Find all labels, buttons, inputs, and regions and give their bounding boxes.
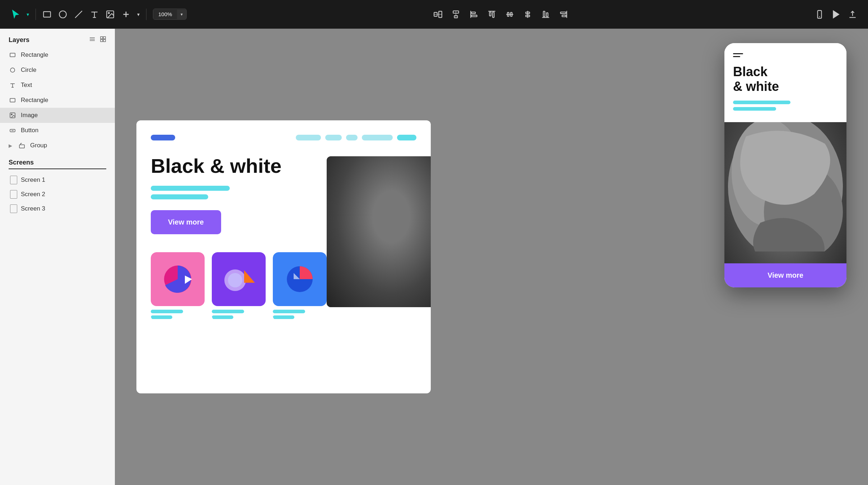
svg-rect-30 [543,11,545,17]
card-image-1 [151,252,205,306]
layers-title: Layers [9,36,29,44]
screens-title: Screens [9,159,106,169]
card-graphic-1 [151,252,205,306]
screen-item-2[interactable]: Screen 2 [9,187,106,202]
line-tool[interactable] [74,10,83,19]
screen-name-3: Screen 3 [21,205,45,212]
toolbar-divider-2 [146,9,146,20]
card-label-line-5 [273,310,305,313]
design-canvas: Black & white View more [136,120,431,393]
text-tool[interactable] [90,10,99,19]
svg-marker-37 [833,11,839,18]
svg-rect-52 [10,98,15,102]
layers-toolbar [89,36,106,44]
play-preview-tool[interactable] [831,10,841,19]
card-label-line-1 [151,310,183,313]
layer-name: Button [21,127,38,134]
subtitle-line-2 [151,194,208,199]
layer-item-group[interactable]: ▶ Group [0,138,115,153]
layers-list-icon[interactable] [89,36,95,44]
align-center-tool[interactable] [451,10,461,19]
svg-rect-21 [490,12,491,16]
layer-item-image[interactable]: Image [0,108,115,123]
align-bottom-tool[interactable] [541,10,550,19]
layer-item-button[interactable]: Button [0,123,115,138]
svg-rect-53 [10,113,15,118]
mobile-menu-icon [733,53,743,57]
toolbar: ▾ [0,0,868,29]
zoom-dropdown[interactable]: ▾ [177,10,186,19]
svg-rect-33 [561,12,566,13]
select-tool[interactable] [11,10,20,19]
layer-name: Rectangle [21,97,48,104]
add-tool[interactable] [121,10,131,19]
subtitle-line-1 [151,186,230,191]
nav-pill-1 [296,135,321,140]
nav-pill-3 [346,135,358,140]
align-left-tool[interactable] [469,10,479,19]
mobile-preview-tool[interactable] [815,10,824,19]
align-horizontal-tool[interactable] [433,10,443,19]
layer-name: Text [21,82,32,89]
rectangle-tool[interactable] [42,10,52,19]
card-label-line-6 [273,315,294,319]
svg-marker-64 [244,270,255,283]
layer-item-text[interactable]: Text [0,78,115,93]
align-top-tool[interactable] [487,10,496,19]
mobile-footer: View more [724,263,846,287]
card-image-2 [212,252,266,306]
svg-point-58 [334,163,427,293]
mobile-subtitle-line-1 [733,101,790,104]
layer-item-circle[interactable]: Circle [0,63,115,78]
card-labels-1 [151,310,205,319]
svg-point-48 [10,68,15,72]
zoom-control[interactable]: 100% ▾ [153,9,187,20]
card-graphic-2 [212,252,266,306]
screen-icon-1 [10,176,17,184]
screen-name-1: Screen 1 [21,176,45,184]
export-tool[interactable] [848,10,857,19]
plant-illustration [327,156,431,307]
mobile-preview: Black& white View m [724,43,846,287]
svg-line-3 [75,11,82,18]
card-labels-2 [212,310,266,319]
distribute-h-tool[interactable] [505,10,514,19]
mobile-plant-image [724,122,846,263]
svg-marker-0 [13,10,18,17]
image-tool[interactable] [106,10,115,19]
canvas-navbar [151,135,416,140]
main-area: Layers [0,29,868,485]
circle-tool[interactable] [58,10,67,19]
nav-pill-2 [325,135,342,140]
nav-pill-4 [362,135,393,140]
svg-rect-43 [101,37,103,39]
circle-layer-icon [9,66,17,74]
canvas-plant-image [327,156,431,307]
svg-point-65 [228,273,242,287]
svg-rect-46 [103,40,106,42]
layer-item-rectangle-2[interactable]: Rectangle [0,93,115,108]
card-label-line-2 [151,315,172,319]
mobile-subtitle-line-2 [733,107,776,111]
screen-item-3[interactable]: Screen 3 [9,202,106,216]
svg-rect-1 [43,11,51,17]
layer-name: Group [30,142,47,149]
svg-point-2 [59,11,66,18]
layer-name: Rectangle [21,51,48,59]
group-layer-icon [18,142,26,149]
add-dropdown[interactable]: ▾ [137,11,140,17]
distribute-v-tool[interactable] [523,10,532,19]
view-more-button[interactable]: View more [151,210,221,234]
mobile-view-more-button[interactable]: View more [732,271,839,280]
align-right-tool[interactable] [559,10,568,19]
toolbar-align [194,10,808,19]
svg-rect-22 [493,12,494,17]
mobile-title: Black& white [733,64,838,94]
layers-grid-icon[interactable] [100,36,106,44]
screen-item-1[interactable]: Screen 1 [9,173,106,187]
card-2 [212,252,266,321]
svg-rect-45 [101,40,103,42]
select-dropdown[interactable]: ▾ [27,11,29,17]
group-arrow-icon: ▶ [9,143,12,148]
layer-item-rectangle-1[interactable]: Rectangle [0,47,115,63]
